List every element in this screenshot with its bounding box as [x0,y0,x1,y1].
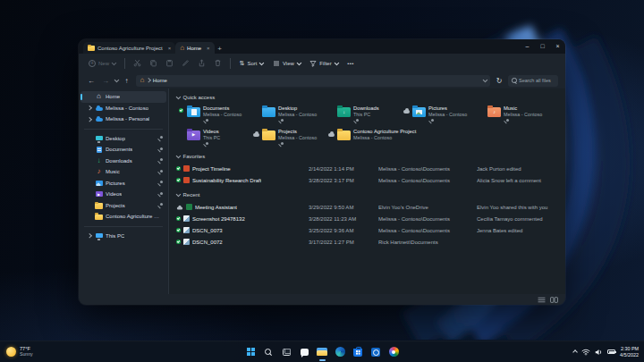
trash-icon [214,59,222,67]
section-favorites-header[interactable]: Favorites [176,150,558,162]
paste-button[interactable] [164,57,175,69]
battery-icon[interactable] [607,349,615,354]
sidebar-label: Projects [106,203,125,208]
sidebar-item-contoso-agriculture-project[interactable]: Contoso Agriculture Project [80,211,166,223]
sidebar-label: Music [106,169,120,174]
close-button[interactable]: × [550,39,565,54]
up-button[interactable]: ↑ [122,77,132,85]
taskbar-apps [245,345,400,358]
tile-contoso-agriculture-project[interactable]: Contoso Agriculture Project Melissa - Co… [326,127,452,148]
rename-button[interactable] [180,57,191,69]
new-button[interactable]: + New [86,58,118,69]
plus-icon: + [89,60,96,67]
view-button[interactable]: View [270,58,302,69]
chevron-down-icon [297,60,301,64]
file-row-dscn-0073[interactable]: DSCN_0073 3/25/2022 9:36 AM Melissa - Co… [176,224,558,236]
sidebar-item-videos[interactable]: ▶ Videos [80,189,166,200]
tile-music[interactable]: ♪ Music Melissa - Contoso [477,104,550,125]
task-view-button[interactable] [281,345,292,358]
weather-widget[interactable]: 77°F Sunny [6,346,33,357]
sidebar-item-home[interactable]: ⌂ Home [80,91,166,103]
sidebar-item-this-pc[interactable]: This PC [80,231,166,242]
file-row-screenshot[interactable]: Screenshot 29478132 3/28/2022 11:23 AM M… [176,213,558,224]
sort-button[interactable]: ⇅ Sort [237,58,266,69]
divider [84,226,163,227]
file-explorer-icon [317,348,327,356]
cloud-status-icon [177,206,182,209]
sidebar-item-desktop[interactable]: Desktop [80,133,166,145]
file-row-project-timeline[interactable]: Project Timeline 2/14/2022 1:14 PM Melis… [176,163,558,174]
forward-button[interactable]: → [100,77,111,85]
sidebar-item-projects[interactable]: Projects [80,200,166,212]
sidebar-item-downloads[interactable]: ↓ Downloads [80,156,166,167]
tile-downloads[interactable]: ↓ Downloads This PC [326,104,400,125]
copy-button[interactable] [148,57,159,69]
sidebar-item-pictures[interactable]: Pictures [80,178,166,189]
tab-close-icon[interactable]: × [207,46,210,51]
chevron-right-icon[interactable] [87,105,91,110]
chevron-right-icon[interactable] [87,117,91,122]
tile-desktop[interactable]: Desktop Melissa - Contoso [251,104,325,125]
tab-close-icon[interactable]: × [168,46,172,51]
tray-overflow-chevron[interactable] [572,350,577,355]
tile-videos[interactable]: ▶ Videos This PC [176,127,250,148]
documents-folder-icon [187,107,200,117]
spreadsheet-file-icon [186,204,192,210]
cut-button[interactable] [131,57,143,69]
tile-projects[interactable]: Projects Melissa - Contoso [251,127,325,148]
address-field[interactable]: ⌂ Home [136,75,491,87]
folder-icon [88,46,95,51]
search-input[interactable] [519,78,555,83]
sidebar-label: Desktop [106,136,125,141]
recent-locations-chevron[interactable] [114,78,119,82]
volume-icon[interactable] [595,349,603,356]
tile-pictures[interactable]: Pictures Melissa - Contoso [402,104,475,125]
tab-contoso-agriculture-project[interactable]: Contoso Agriculture Project × [83,42,175,54]
filter-button[interactable]: Filter [307,58,340,69]
outlook-button[interactable] [370,345,382,358]
search-box[interactable] [508,75,558,87]
refresh-button[interactable]: ↻ [494,77,504,85]
file-row-meeting-assistant[interactable]: Meeting Assistant 3/29/2022 9:50 AM Elvi… [176,201,558,213]
file-explorer-button[interactable] [317,345,328,358]
image-file-icon [183,239,190,245]
new-tab-button[interactable]: + [215,43,225,54]
file-name: DSCN_0072 [192,240,223,245]
maximize-button[interactable]: □ [535,39,550,54]
edge-button[interactable] [335,345,346,358]
details-view-button[interactable] [538,297,546,303]
file-date: 3/28/2022 3:17 PM [309,178,378,183]
minimize-button[interactable]: – [520,39,535,54]
file-activity: Alicia Snow left a comment [477,178,558,183]
chat-button[interactable] [299,345,310,358]
wifi-icon[interactable] [581,349,590,356]
tab-label: Home [187,46,201,51]
address-dropdown-chevron[interactable] [482,78,487,82]
section-quick-access-header[interactable]: Quick access [176,91,558,103]
tile-documents[interactable]: Documents Melissa - Contoso [176,104,250,125]
store-button[interactable] [352,345,364,358]
breadcrumb[interactable]: Home [153,78,167,83]
share-button[interactable] [196,57,208,69]
file-row-dscn-0072[interactable]: DSCN_0072 3/17/2022 1:27 PM Rick Hartnet… [176,236,558,248]
file-date: 3/28/2022 11:23 AM [309,216,378,222]
section-recent-header[interactable]: Recent [176,189,558,200]
file-row-sustainability-research-draft[interactable]: Sustainability Research Draft 3/28/2022 … [176,174,558,186]
taskbar-search-button[interactable] [263,345,275,358]
sidebar-item-onedrive-personal[interactable]: Melissa - Personal [80,114,166,125]
tab-home[interactable]: ⌂ Home × [175,42,214,54]
photos-button[interactable] [388,345,400,358]
delete-button[interactable] [212,57,224,69]
system-tray: 2:30 PM 4/5/2022 [574,346,639,358]
desktop-folder-icon [262,107,275,117]
sidebar-label: Home [106,94,120,99]
start-button[interactable] [245,345,257,358]
more-options-button[interactable]: ••• [344,59,357,68]
chevron-right-icon[interactable] [87,233,91,238]
sidebar-item-onedrive-contoso[interactable]: Melissa - Contoso [80,103,166,114]
clock[interactable]: 2:30 PM 4/5/2022 [620,346,639,358]
back-button[interactable]: ← [86,77,97,85]
sidebar-item-documents[interactable]: Documents [80,144,166,156]
thumbnails-view-button[interactable] [550,297,558,303]
sidebar-item-music[interactable]: ♪ Music [80,166,166,178]
